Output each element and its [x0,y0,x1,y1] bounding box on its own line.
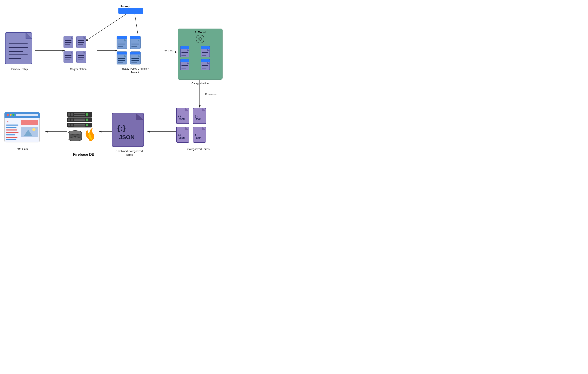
svg-rect-38 [117,38,127,39]
svg-rect-52 [117,53,127,54]
svg-rect-122 [71,119,73,121]
svg-rect-129 [74,124,85,125]
svg-rect-115 [68,113,70,116]
combined-label: Combined CategorizedTerms [109,149,149,157]
svg-text:{:}: {:} [195,115,198,118]
svg-rect-131 [86,124,88,126]
chunks-group [116,36,142,65]
svg-text:JSON: JSON [196,137,201,139]
svg-rect-89 [201,61,210,62]
svg-text:{:}: {:} [195,134,198,136]
privacy-policy-icon [4,32,35,66]
cat-docs-grid [178,46,222,71]
privacy-policy-label: Privacy Policy [4,67,35,71]
svg-text:{:}: {:} [178,115,181,118]
categorized-terms-group: {:}JSON {:}JSON {:}JSON {:}JSON [176,108,207,143]
frontend-label: Front-End [4,147,42,151]
svg-rect-59 [130,53,140,54]
svg-rect-82 [180,61,189,62]
svg-point-134 [69,137,82,141]
chunks-label: Privacy Policy Chunks +Prompt [113,67,156,74]
svg-rect-123 [74,119,85,120]
frontend-icon: </> [4,111,42,146]
segmentation-group [63,36,87,64]
svg-rect-152 [21,120,38,125]
svg-rect-127 [68,124,70,126]
segmentation-label: Segmentation [63,67,94,71]
prompt-rect [118,8,143,14]
svg-text:JSON: JSON [179,118,185,120]
svg-point-142 [12,114,14,116]
categorization-label: Categorization [178,82,222,85]
svg-rect-119 [86,113,88,116]
svg-text:JSON: JSON [119,134,135,140]
svg-rect-68 [180,48,189,49]
svg-rect-118 [74,115,85,116]
svg-rect-45 [130,38,140,39]
svg-rect-125 [86,119,88,121]
categorized-terms-label: Categorized Terms [176,147,221,151]
firebase-label: Firebase DB [63,152,104,157]
svg-point-65 [199,38,201,40]
categorization-box: AI Model [178,29,222,80]
svg-text:JSON: JSON [179,137,185,139]
svg-rect-128 [71,124,73,126]
api-calls-label: API Calls [164,49,173,52]
svg-text:{:}: {:} [178,134,181,136]
svg-rect-117 [74,113,85,114]
svg-point-136 [74,136,76,138]
svg-text:JSON: JSON [196,118,201,120]
svg-rect-75 [201,48,210,49]
svg-text:</>: </> [7,121,10,123]
firebase-icon [63,110,104,149]
openai-icon [178,34,222,44]
ai-model-label: AI Model [178,29,222,34]
combined-icon: {:} JSON [111,112,146,149]
svg-text:{:}: {:} [117,124,126,132]
svg-rect-116 [71,113,73,116]
svg-rect-143 [16,114,38,116]
svg-rect-121 [68,119,70,121]
responses-label: Responses [205,93,216,95]
svg-point-140 [7,114,9,116]
svg-point-141 [10,114,12,116]
svg-rect-130 [74,125,85,127]
svg-point-155 [32,128,35,131]
svg-rect-124 [74,120,85,121]
svg-point-135 [69,131,82,135]
